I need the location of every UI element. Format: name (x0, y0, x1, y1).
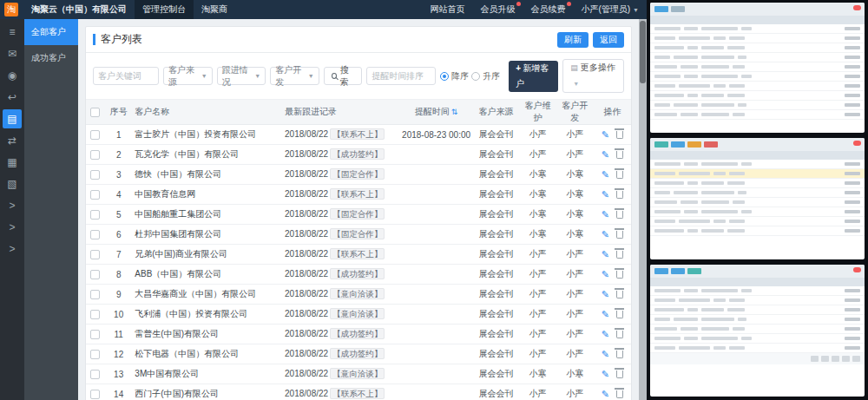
delete-icon[interactable] (616, 331, 623, 338)
delete-icon[interactable] (616, 191, 623, 199)
sidebar-item-success-customers[interactable]: 成功客户 (24, 45, 78, 71)
edit-icon[interactable]: ✎ (602, 169, 609, 180)
customer-name[interactable]: 富士胶片（中国）投资有限公司 (132, 125, 282, 145)
delete-icon[interactable] (616, 271, 623, 279)
back-button[interactable]: 返回 (593, 32, 624, 48)
logout-icon[interactable]: ↩ (3, 88, 22, 107)
customer-name[interactable]: 兄弟(中国)商业有限公司 (132, 245, 282, 265)
customer-name[interactable]: 杜邦中国集团有限公司 (132, 225, 282, 245)
row-checkbox[interactable] (90, 170, 100, 180)
profile-icon[interactable]: ◉ (3, 66, 22, 85)
delete-icon[interactable] (616, 311, 623, 318)
edit-icon[interactable]: ✎ (602, 269, 609, 279)
row-checkbox[interactable] (90, 390, 100, 399)
customer-name[interactable]: 飞利浦（中国）投资有限公司 (132, 305, 282, 325)
report-icon[interactable]: ▧ (3, 174, 22, 193)
follow-status-tag: 【成功签约】 (330, 148, 385, 160)
edit-icon[interactable]: ✎ (602, 309, 609, 319)
row-checkbox[interactable] (90, 130, 100, 140)
develop-select[interactable]: 客户开发▼ (270, 67, 319, 85)
delete-icon[interactable] (616, 131, 623, 139)
delete-icon[interactable] (616, 231, 623, 239)
message-icon[interactable]: ✉ (3, 44, 22, 63)
customer-name[interactable]: 瓦克化学（中国）有限公司 (132, 145, 282, 165)
chevron-right-icon[interactable]: > (3, 196, 22, 215)
menu-member-upgrade[interactable]: 会员升级 (472, 0, 523, 19)
customer-list-icon[interactable]: ▤ (3, 109, 22, 128)
search-button[interactable]: 搜索 (324, 67, 363, 85)
chevron-right-icon[interactable]: > (3, 239, 22, 259)
follow-select[interactable]: 跟进情况▼ (217, 67, 266, 85)
transfer-icon[interactable]: ⇄ (3, 131, 22, 150)
row-checkbox[interactable] (90, 270, 100, 279)
customer-name[interactable]: 德快（中国）有限公司 (132, 165, 282, 185)
source-select[interactable]: 客户来源▼ (163, 67, 213, 85)
row-checkbox[interactable] (90, 350, 100, 359)
customer-name[interactable]: ABB（中国）有限公司 (132, 265, 282, 285)
row-checkbox[interactable] (90, 370, 100, 379)
edit-icon[interactable]: ✎ (602, 189, 609, 200)
menu-member-renew[interactable]: 会员续费 (523, 0, 573, 19)
edit-icon[interactable]: ✎ (602, 229, 609, 239)
edit-icon[interactable]: ✎ (602, 129, 609, 140)
toolbar-chip (654, 141, 668, 148)
edit-icon[interactable]: ✎ (602, 249, 609, 259)
delete-icon[interactable] (616, 171, 623, 179)
preview-thumbnail[interactable] (650, 3, 865, 133)
row-checkbox[interactable] (90, 190, 100, 200)
keyword-input[interactable] (93, 67, 159, 85)
customer-name[interactable]: 中国教育信息网 (132, 185, 282, 205)
edit-icon[interactable]: ✎ (602, 369, 609, 379)
edit-icon[interactable]: ✎ (602, 389, 609, 399)
add-customer-button[interactable]: +新增客户 (509, 61, 558, 92)
thumbnail-row (650, 217, 865, 226)
row-checkbox[interactable] (90, 230, 100, 239)
refresh-button[interactable]: 刷新 (557, 32, 589, 48)
row-checkbox[interactable] (90, 210, 100, 220)
user-menu[interactable]: 小严(管理员)▼ (573, 0, 647, 20)
row-checkbox[interactable] (90, 290, 100, 299)
delete-icon[interactable] (616, 390, 623, 398)
select-all-checkbox[interactable] (90, 108, 100, 117)
delete-icon[interactable] (616, 251, 623, 259)
remind-sort-input[interactable] (366, 67, 436, 85)
customer-name[interactable]: 雷普生(中国)有限公司 (132, 325, 282, 344)
row-checkbox[interactable] (90, 330, 100, 339)
latest-record: 2018/08/22【成功签约】 (282, 145, 399, 165)
sidebar-item-all-customers[interactable]: 全部客户 (24, 19, 78, 45)
delete-icon[interactable] (616, 151, 623, 159)
crm-app-window: 淘 淘聚云（中国）有限公司 管理控制台 淘聚商 网站首页 会员升级 会员续费 小… (0, 0, 647, 400)
row-checkbox[interactable] (90, 250, 100, 259)
customer-name[interactable]: 3M中国有限公司 (132, 364, 282, 384)
more-actions-button[interactable]: ▤更多操作▼ (562, 59, 624, 93)
edit-icon[interactable]: ✎ (602, 209, 609, 220)
vertical-scrollbar[interactable] (639, 19, 647, 400)
recycle-icon[interactable]: ▦ (3, 153, 22, 172)
row-checkbox[interactable] (90, 150, 100, 160)
customer-name[interactable]: 大昌华嘉商业（中国）有限公司 (132, 285, 282, 305)
delete-icon[interactable] (616, 291, 623, 298)
menu-site-home[interactable]: 网站首页 (422, 0, 472, 19)
customer-name[interactable]: 松下电器（中国）有限公司 (132, 344, 282, 364)
customer-name[interactable]: 中国船舶重工集团公司 (132, 205, 282, 225)
edit-icon[interactable]: ✎ (602, 349, 609, 359)
chevron-right-icon[interactable]: > (3, 218, 22, 237)
menu-admin-console[interactable]: 管理控制台 (135, 0, 194, 19)
edit-icon[interactable]: ✎ (602, 289, 609, 299)
edit-icon[interactable]: ✎ (602, 149, 609, 160)
menu-icon[interactable]: ≡ (3, 23, 22, 42)
sort-asc-radio[interactable] (471, 72, 480, 81)
delete-icon[interactable] (616, 351, 623, 358)
table-row: 4中国教育信息网2018/08/22【联系不上】展会会刊小寒小寒✎ (86, 185, 631, 205)
preview-thumbnail[interactable] (650, 265, 865, 397)
menu-taojushang[interactable]: 淘聚商 (194, 0, 235, 19)
sort-desc-radio[interactable] (440, 72, 449, 81)
col-remind-time[interactable]: 提醒时间⇅ (399, 100, 473, 125)
delete-icon[interactable] (616, 370, 623, 378)
row-checkbox[interactable] (90, 310, 100, 319)
edit-icon[interactable]: ✎ (602, 329, 609, 339)
scrollbar-thumb[interactable] (640, 21, 646, 83)
delete-icon[interactable] (616, 211, 623, 219)
customer-name[interactable]: 西门子(中国)有限公司 (132, 384, 282, 400)
preview-thumbnail[interactable] (650, 138, 865, 259)
